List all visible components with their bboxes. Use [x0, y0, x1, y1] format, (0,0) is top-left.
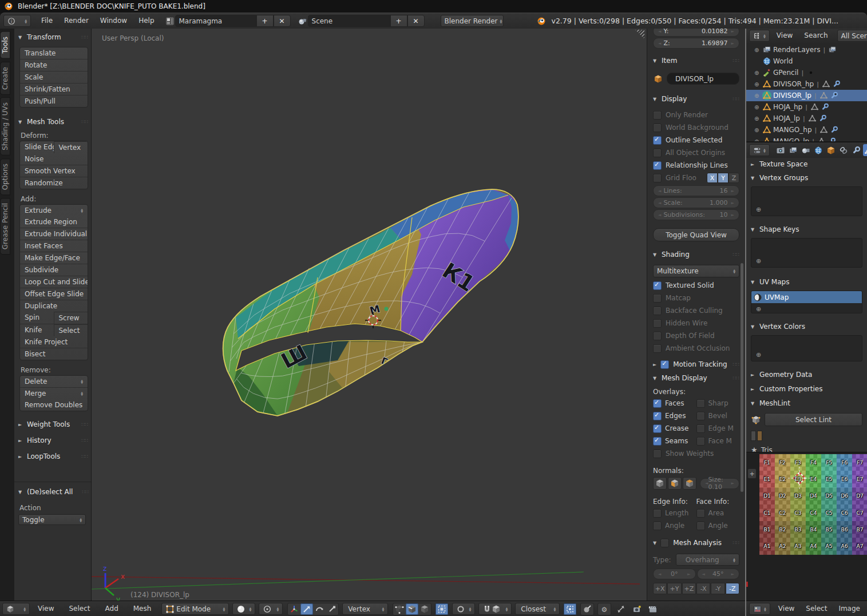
panel-header-weight-tools[interactable]: ►Weight Tools∷∷ [18, 419, 88, 430]
renderlayers-icon[interactable] [787, 144, 799, 156]
slider-right-arrow-icon[interactable]: ► [731, 201, 734, 205]
dot-icon[interactable] [806, 69, 815, 77]
make-edge-face-button[interactable]: Make Edge/Face [20, 252, 88, 264]
shrink-fatten-button[interactable]: Shrink/Fatten [20, 83, 88, 95]
slider-left-arrow-icon[interactable]: ◄ [658, 213, 661, 217]
image-menu-view[interactable]: View [773, 601, 800, 616]
mode-dropdown[interactable]: Edit Mode▲▼ [161, 603, 229, 615]
noise-button[interactable]: Noise [20, 153, 88, 165]
panel-header-deselect-all[interactable]: ▼ (De)select All ∷∷ [18, 487, 89, 497]
snap-self-toggle[interactable] [563, 603, 577, 615]
meshdata-icon[interactable] [810, 103, 819, 112]
close-scene-button[interactable]: ✕ [407, 15, 425, 27]
randomize-button[interactable]: Randomize [20, 177, 88, 189]
normals-loose-toggle[interactable] [668, 477, 682, 490]
scene-icon[interactable] [800, 144, 812, 156]
edge-m-checkbox[interactable] [696, 424, 705, 433]
view3d-menu-mesh[interactable]: Mesh [126, 601, 159, 616]
slider-left-arrow-icon[interactable]: ◄ [658, 189, 661, 193]
panel-header-custom-properties[interactable]: ► Custom Properties [751, 384, 862, 394]
lint-swatch[interactable] [757, 431, 762, 441]
ambient-occlusion-checkbox[interactable] [653, 344, 662, 353]
scene-field[interactable]: Scene [308, 15, 390, 27]
outline-selected-checkbox[interactable] [653, 136, 662, 145]
normals-size-slider[interactable]: ◄ Size: 0.10 ► [700, 478, 739, 489]
shelf-tab-options[interactable]: Options [0, 158, 10, 195]
panel-grip-icon[interactable]: ∷∷ [733, 58, 739, 63]
panel-header-transform[interactable]: ▼ Transform ∷∷ [18, 32, 88, 42]
subdivide-button[interactable]: Subdivide [20, 264, 88, 276]
panel-header-mesh-analysis[interactable]: ▼ Mesh Analysis ∷∷ [653, 536, 739, 549]
panel-header-item[interactable]: ▼ Item ∷∷ [653, 55, 739, 66]
outliner-item-hoja-lp[interactable]: ⊕HOJA_lp| [746, 113, 867, 124]
render-engine-dropdown[interactable]: Blender Render ▲▼ [441, 15, 504, 27]
menu-file[interactable]: File [35, 13, 58, 29]
renderlayers-icon[interactable] [828, 46, 837, 54]
wrench-icon[interactable] [830, 126, 838, 134]
matcap-checkbox[interactable] [653, 294, 662, 303]
panel-header-shape-keys[interactable]: ▼ Shape Keys [751, 224, 862, 235]
expand-icon[interactable]: ⊕ [754, 127, 761, 133]
transform-y-slider[interactable]: ◄Y:0.01082► [653, 29, 739, 37]
remove-doubles-button[interactable]: Remove Doubles [20, 399, 88, 411]
expand-icon[interactable]: ⊕ [754, 116, 761, 122]
panel-grip-icon[interactable]: ∷∷ [82, 34, 88, 40]
snap-peel-toggle[interactable] [580, 603, 594, 615]
snap-target-dropdown[interactable]: Closest▲▼ [515, 603, 560, 615]
panel-grip-icon[interactable]: ∷∷ [82, 422, 88, 427]
textured-solid-checkbox[interactable] [653, 281, 662, 290]
panel-grip-icon[interactable]: ∷∷ [733, 375, 739, 381]
rotate-button[interactable]: Rotate [20, 59, 88, 71]
screen-layout-icon[interactable] [165, 16, 175, 26]
meshdata-icon[interactable] [820, 126, 828, 134]
rotate-arc-button[interactable] [313, 603, 326, 615]
vertex-colors-list[interactable]: ⊕ [751, 335, 862, 361]
slider-right-arrow-icon[interactable]: ► [731, 572, 734, 577]
outliner-menu-view[interactable]: View [771, 29, 798, 43]
edges-checkbox[interactable] [653, 412, 662, 420]
lines-slider[interactable]: ◄Lines:16► [653, 185, 739, 196]
slider-left-arrow-icon[interactable]: ◄ [658, 201, 661, 205]
panel-grip-icon[interactable]: ∷∷ [733, 540, 739, 546]
meshdata-icon[interactable] [822, 80, 830, 89]
expand-panel-button[interactable]: + [747, 468, 757, 479]
grid-axis-z-toggle[interactable]: Z [729, 173, 739, 183]
slider-right-arrow-icon[interactable]: ► [731, 481, 734, 486]
slider-left-arrow-icon[interactable]: ◄ [658, 41, 661, 46]
constraints-icon[interactable] [838, 144, 850, 156]
panel-grip-icon[interactable]: ∷∷ [82, 438, 88, 443]
add-scene-button[interactable]: + [390, 15, 407, 27]
angle-checkbox[interactable] [653, 522, 662, 530]
manipulator-axes-button[interactable] [288, 603, 300, 615]
scale-button[interactable]: Scale [20, 71, 88, 83]
wrench-icon[interactable] [830, 92, 838, 100]
scale-arrow-button[interactable] [326, 603, 338, 615]
editor-type-button[interactable]: i ▲▼ [3, 15, 31, 27]
length-checkbox[interactable] [653, 509, 662, 518]
action-toggle-dropdown[interactable]: Toggle ▲▼ [18, 514, 86, 525]
modifiers-icon[interactable] [850, 144, 862, 156]
panel-header-vertex-colors[interactable]: ▼ Vertex Colors [751, 321, 862, 332]
add-vertex-group-icon[interactable]: ⊕ [756, 206, 761, 213]
shelf-tab-shading-uvs[interactable]: Shading / UVs [0, 97, 10, 156]
toggle-quad-view-button[interactable]: Toggle Quad View [653, 228, 739, 241]
image-editor[interactable]: F1F2F3F4F5F6F7E1E2E3E4E5E6E7D1D2D3D4D5D6… [746, 452, 867, 601]
editor-type-button[interactable]: ▲▼ [2, 603, 30, 615]
scene-ball-icon[interactable] [298, 16, 308, 26]
only-render-checkbox[interactable] [653, 111, 662, 120]
view3d-menu-select[interactable]: Select [62, 601, 97, 616]
orientation-dropdown[interactable]: Vertex▲▼ [342, 603, 388, 615]
normals-vertex-toggle[interactable] [653, 477, 667, 490]
render-icon[interactable] [775, 144, 787, 156]
opengl-anim-button[interactable] [647, 603, 659, 615]
panel-grip-icon[interactable]: ∷∷ [82, 119, 88, 125]
analysis-axis-x-button[interactable]: -X [696, 583, 710, 594]
world-icon[interactable] [813, 144, 825, 156]
offset-edge-slide-button[interactable]: Offset Edge Slide [20, 288, 88, 300]
face-m-checkbox[interactable] [696, 437, 705, 446]
panel-grip-icon[interactable]: ∷∷ [82, 489, 89, 495]
grid-axis-x-toggle[interactable]: X [707, 173, 718, 183]
analysis-axis-z-button[interactable]: +Z [682, 583, 696, 594]
uv-maps-list[interactable]: UVMap ⊕ [751, 291, 862, 313]
wrench-icon[interactable] [818, 114, 827, 123]
